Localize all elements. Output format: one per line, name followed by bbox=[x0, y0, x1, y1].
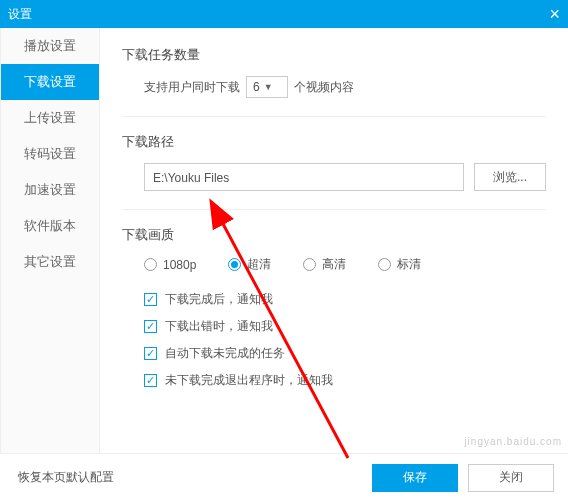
content-panel: 下载任务数量 支持用户同时下载 6 ▼ 个视频内容 下载路径 E:\Youku … bbox=[100, 28, 568, 453]
radio-icon bbox=[378, 258, 391, 271]
sidebar-item-version[interactable]: 软件版本 bbox=[1, 208, 99, 244]
sidebar-item-download[interactable]: 下载设置 bbox=[1, 64, 99, 100]
quality-label: 超清 bbox=[247, 256, 271, 273]
checkbox-icon: ✓ bbox=[144, 320, 157, 333]
download-tasks-title: 下载任务数量 bbox=[122, 46, 546, 64]
radio-icon bbox=[303, 258, 316, 271]
section-download-tasks: 下载任务数量 支持用户同时下载 6 ▼ 个视频内容 bbox=[122, 46, 546, 98]
section-download-path: 下载路径 E:\Youku Files 浏览... bbox=[122, 133, 546, 191]
quality-label: 标清 bbox=[397, 256, 421, 273]
notify-check-done[interactable]: ✓ 下载完成后，通知我 bbox=[144, 291, 546, 308]
divider bbox=[122, 209, 546, 210]
sidebar-item-play[interactable]: 播放设置 bbox=[1, 28, 99, 64]
download-path-input[interactable]: E:\Youku Files bbox=[144, 163, 464, 191]
titlebar: 设置 × bbox=[0, 0, 568, 28]
browse-button[interactable]: 浏览... bbox=[474, 163, 546, 191]
notify-check-exit[interactable]: ✓ 未下载完成退出程序时，通知我 bbox=[144, 372, 546, 389]
notify-label: 下载出错时，通知我 bbox=[165, 318, 273, 335]
quality-radio-1080p[interactable]: 1080p bbox=[144, 256, 196, 273]
close-icon[interactable]: × bbox=[549, 0, 560, 28]
footer: 恢复本页默认配置 保存 关闭 bbox=[0, 453, 568, 501]
quality-label: 高清 bbox=[322, 256, 346, 273]
notify-label: 自动下载未完成的任务 bbox=[165, 345, 285, 362]
window-title: 设置 bbox=[8, 0, 32, 28]
section-download-notify: ✓ 下载完成后，通知我 ✓ 下载出错时，通知我 ✓ 自动下载未完成的任务 ✓ 未… bbox=[122, 291, 546, 389]
download-path-title: 下载路径 bbox=[122, 133, 546, 151]
checkbox-icon: ✓ bbox=[144, 347, 157, 360]
section-download-quality: 下载画质 1080p 超清 高清 标清 bbox=[122, 226, 546, 273]
reset-defaults-link[interactable]: 恢复本页默认配置 bbox=[18, 469, 114, 486]
quality-radio-hd[interactable]: 高清 bbox=[303, 256, 346, 273]
sidebar-item-accel[interactable]: 加速设置 bbox=[1, 172, 99, 208]
checkbox-icon: ✓ bbox=[144, 293, 157, 306]
sidebar-item-upload[interactable]: 上传设置 bbox=[1, 100, 99, 136]
radio-icon bbox=[228, 258, 241, 271]
download-tasks-select[interactable]: 6 ▼ bbox=[246, 76, 288, 98]
radio-icon bbox=[144, 258, 157, 271]
notify-label: 未下载完成退出程序时，通知我 bbox=[165, 372, 333, 389]
download-quality-title: 下载画质 bbox=[122, 226, 546, 244]
save-button[interactable]: 保存 bbox=[372, 464, 458, 492]
checkbox-icon: ✓ bbox=[144, 374, 157, 387]
quality-label: 1080p bbox=[163, 258, 196, 272]
notify-check-auto[interactable]: ✓ 自动下载未完成的任务 bbox=[144, 345, 546, 362]
body: 播放设置 下载设置 上传设置 转码设置 加速设置 软件版本 其它设置 下载任务数… bbox=[0, 28, 568, 453]
watermark: jingyan.baidu.com bbox=[464, 436, 562, 447]
divider bbox=[122, 116, 546, 117]
download-tasks-suffix: 个视频内容 bbox=[294, 79, 354, 96]
notify-check-error[interactable]: ✓ 下载出错时，通知我 bbox=[144, 318, 546, 335]
close-button[interactable]: 关闭 bbox=[468, 464, 554, 492]
sidebar-item-other[interactable]: 其它设置 bbox=[1, 244, 99, 280]
download-tasks-prefix: 支持用户同时下载 bbox=[144, 79, 240, 96]
sidebar: 播放设置 下载设置 上传设置 转码设置 加速设置 软件版本 其它设置 bbox=[0, 28, 100, 453]
notify-label: 下载完成后，通知我 bbox=[165, 291, 273, 308]
quality-radio-super[interactable]: 超清 bbox=[228, 256, 271, 273]
sidebar-item-transcode[interactable]: 转码设置 bbox=[1, 136, 99, 172]
download-tasks-value: 6 bbox=[253, 80, 260, 94]
quality-radio-sd[interactable]: 标清 bbox=[378, 256, 421, 273]
chevron-down-icon: ▼ bbox=[264, 82, 273, 92]
